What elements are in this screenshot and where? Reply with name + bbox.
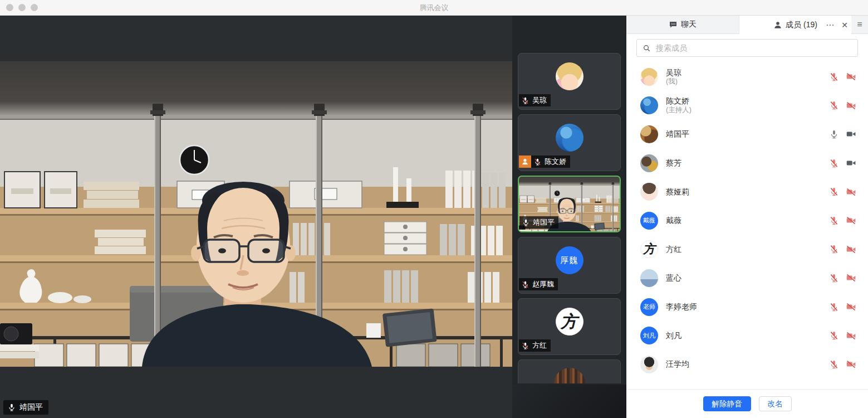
member-mic-muted-icon[interactable]	[829, 359, 839, 370]
member-row[interactable]: 陈文娇 (主持人)	[626, 91, 868, 120]
member-avatar: 戴薇	[640, 212, 658, 230]
member-mic-muted-icon[interactable]	[829, 273, 839, 283]
member-mic-muted-icon[interactable]	[829, 158, 839, 168]
member-camera-off-icon[interactable]	[846, 359, 856, 370]
search-row	[636, 39, 858, 57]
member-name: 蔡芳	[666, 158, 829, 168]
member-mic-muted-icon[interactable]	[829, 72, 839, 82]
main-video-name-tag: 靖国平	[3, 400, 48, 415]
member-mic-muted-icon[interactable]	[829, 100, 839, 110]
video-tile[interactable]: 吴琼	[518, 53, 621, 110]
member-avatar	[640, 96, 658, 114]
tile-mic-muted-icon	[533, 158, 542, 166]
member-mic-muted-icon[interactable]	[829, 216, 839, 226]
member-name: 蓝心	[666, 273, 829, 283]
tab-chat-label: 聊天	[681, 20, 697, 30]
tile-avatar	[556, 62, 583, 90]
member-camera-icon[interactable]	[846, 129, 856, 139]
member-row[interactable]: 方 方红	[626, 235, 868, 264]
member-row[interactable]: 刘凡 刘凡	[626, 321, 868, 350]
video-tile[interactable]: 靖国平	[518, 176, 621, 232]
member-mic-muted-icon[interactable]	[829, 330, 839, 341]
title-bar: 腾讯会议	[0, 0, 868, 16]
member-camera-off-icon[interactable]	[846, 330, 856, 341]
tile-name-tag: 赵厚魏	[519, 278, 558, 290]
video-tile[interactable]: 方 方红	[518, 298, 621, 355]
unmute-button[interactable]: 解除静音	[703, 396, 751, 411]
member-camera-off-icon[interactable]	[846, 215, 856, 226]
search-box[interactable]	[636, 39, 858, 57]
member-avatar: 老师	[640, 298, 658, 316]
member-name: 汪学均	[666, 359, 829, 369]
member-row[interactable]: 蓝心	[626, 264, 868, 293]
tab-members-label: 成员 (19)	[786, 20, 817, 30]
tile-participant-name: 方红	[532, 341, 547, 351]
main-speaker-name: 靖国平	[19, 402, 43, 412]
member-avatar: 方	[640, 240, 658, 258]
member-name: 吴琼	[666, 68, 829, 77]
film-strip: 吴琼 陈文娇	[512, 16, 626, 418]
hamburger-icon: ≡	[857, 20, 862, 30]
member-avatar	[640, 154, 658, 172]
member-subtitle: (我)	[666, 77, 829, 86]
member-camera-off-icon[interactable]	[846, 302, 856, 312]
member-avatar: 刘凡	[640, 327, 658, 344]
tile-avatar	[554, 368, 585, 383]
member-mic-muted-icon[interactable]	[829, 244, 839, 254]
tile-name-tag: 方红	[519, 339, 551, 352]
video-tile[interactable]: 厚魏 赵厚魏	[518, 237, 621, 294]
search-icon	[643, 44, 651, 52]
member-camera-icon[interactable]	[846, 158, 856, 168]
tile-avatar: 方	[556, 308, 583, 336]
member-row[interactable]: 汪学均	[626, 350, 868, 379]
person-icon	[773, 21, 782, 30]
tile-avatar: 厚魏	[556, 246, 583, 274]
tile-mic-icon	[522, 218, 530, 227]
member-camera-off-icon[interactable]	[846, 244, 856, 255]
member-mic-icon[interactable]	[829, 129, 839, 139]
host-badge	[519, 155, 531, 168]
layout-menu-button[interactable]: ≡	[851, 16, 868, 34]
member-camera-off-icon[interactable]	[846, 100, 856, 111]
member-mic-muted-icon[interactable]	[829, 187, 839, 197]
close-panel-icon[interactable]: ✕	[841, 21, 848, 30]
member-avatar	[640, 356, 658, 373]
main-video-feed	[0, 61, 512, 367]
tile-mic-muted-icon	[521, 280, 529, 289]
tab-chat[interactable]: 聊天	[626, 16, 739, 34]
member-row[interactable]: 蔡芳	[626, 149, 868, 178]
member-row[interactable]: 吴琼 (我)	[626, 62, 868, 91]
member-camera-off-icon[interactable]	[846, 71, 856, 82]
tile-participant-name: 吴琼	[532, 95, 547, 105]
member-camera-off-icon[interactable]	[846, 187, 856, 197]
panel-footer: 解除静音 改名	[626, 389, 868, 418]
member-camera-off-icon[interactable]	[846, 273, 856, 283]
tile-name-tag: 陈文娇	[519, 155, 570, 168]
member-name: 戴薇	[666, 216, 829, 225]
member-avatar	[640, 68, 658, 86]
tile-participant-name: 赵厚魏	[532, 279, 554, 289]
window-title: 腾讯会议	[0, 0, 868, 16]
member-name: 靖国平	[666, 129, 829, 139]
member-row[interactable]: 老师 李婷老师	[626, 293, 868, 322]
rename-button[interactable]: 改名	[759, 396, 792, 411]
member-avatar	[640, 125, 658, 143]
member-mic-muted-icon[interactable]	[829, 302, 839, 312]
tile-mic-muted-icon	[521, 96, 529, 105]
member-row[interactable]: 戴薇 戴薇	[626, 206, 868, 235]
more-options-icon[interactable]: ⋯	[826, 20, 835, 30]
tile-participant-name: 陈文娇	[545, 157, 566, 167]
tile-mic-muted-icon	[521, 342, 529, 350]
member-name: 蔡娅莉	[666, 187, 829, 197]
main-video-area[interactable]: 靖国平	[0, 16, 512, 418]
video-tile[interactable]	[518, 359, 621, 383]
member-row[interactable]: 靖国平	[626, 120, 868, 149]
video-tile[interactable]: 陈文娇	[518, 114, 621, 171]
meeting-window: 腾讯会议 靖国平 吴琼	[0, 0, 868, 418]
member-row[interactable]: 蔡娅莉	[626, 177, 868, 206]
search-members-input[interactable]	[655, 43, 852, 53]
members-panel: 聊天 成员 (19) ⋯ ✕ ≡ 吴琼	[626, 16, 868, 418]
panel-header: 聊天 成员 (19) ⋯ ✕ ≡	[626, 16, 868, 34]
host-person-icon	[521, 158, 529, 166]
member-avatar	[640, 183, 658, 201]
